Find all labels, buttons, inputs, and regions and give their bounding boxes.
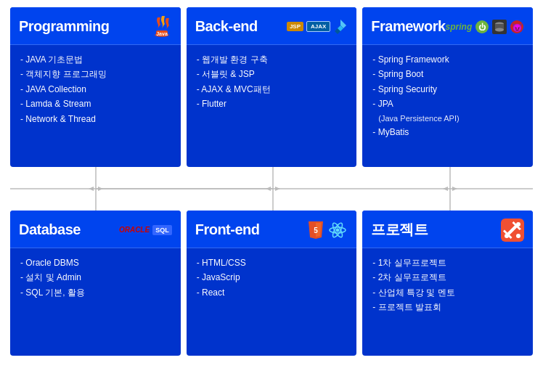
- list-item: - JAVA Collection: [20, 82, 171, 97]
- list-item: - 웹개발 환경 구축: [197, 52, 347, 67]
- frontend-card: Front-end 5: [187, 211, 357, 356]
- react-icon: [327, 220, 348, 240]
- svg-marker-23: [98, 187, 103, 191]
- bottom-row: Database ORACLE SQL - Oracle DBMS - 설치 및…: [10, 211, 533, 356]
- list-item: - Network & Thread: [20, 112, 171, 126]
- svg-text:5: 5: [314, 226, 319, 234]
- svg-point-36: [516, 222, 520, 226]
- svg-text:Java: Java: [156, 31, 168, 36]
- list-item: - 객체지향 프로그래밍: [20, 67, 171, 81]
- framework-list: - Spring Framework - Spring Boot - Sprin…: [372, 52, 523, 140]
- svg-point-38: [516, 234, 520, 238]
- list-item: - HTML/CSS: [197, 256, 347, 270]
- list-item: - 설치 및 Admin: [20, 270, 171, 285]
- list-item: - SQL 기본, 활용: [20, 285, 171, 300]
- programming-header: Programming Java: [10, 7, 181, 45]
- frontend-list: - HTML/CSS - JavaScrip - React: [197, 256, 347, 300]
- backend-card: Back-end JSP AJAX - 웹개발 환경 구축: [187, 7, 357, 167]
- list-item: - JavaScrip: [197, 270, 347, 285]
- list-item: - 2차 실무프로젝트: [372, 270, 523, 285]
- top-row: Programming Java - JAVA 기초문법: [10, 7, 533, 167]
- database-icons: ORACLE SQL: [119, 225, 172, 235]
- framework-card: Framework spring ⏻: [362, 7, 533, 167]
- list-item: - 1차 실무프로젝트: [372, 256, 523, 270]
- project-header: 프로젝트: [362, 211, 533, 248]
- svg-point-31: [336, 228, 340, 232]
- backend-list: - 웹개발 환경 구축 - 서블릿 & JSP - AJAX & MVC패턴 -…: [197, 52, 347, 112]
- list-item: - JPA: [372, 97, 523, 111]
- list-item: - Spring Framework: [372, 52, 523, 67]
- project-card: 프로젝트 - 1차 실무프로젝트 - 2차 실무프로젝트 -: [362, 211, 533, 356]
- oracle-icon: ORACLE: [119, 226, 150, 234]
- list-item: - 서블릿 & JSP: [197, 67, 347, 81]
- project-icons: [501, 219, 524, 242]
- database-title: Database: [19, 221, 81, 238]
- list-item: - MyBatis: [372, 125, 523, 139]
- jsp-icon: JSP: [287, 22, 303, 31]
- programming-icons: Java: [152, 15, 172, 39]
- svg-marker-27: [452, 187, 457, 191]
- project-title: 프로젝트: [371, 220, 428, 240]
- svg-marker-24: [266, 187, 271, 191]
- list-item: - 프로젝트 발표회: [372, 300, 523, 314]
- spring-text-icon: spring: [446, 22, 473, 32]
- svg-marker-22: [89, 187, 94, 191]
- sql-icon: SQL: [152, 225, 172, 235]
- java-icon: Java: [152, 15, 172, 39]
- svg-point-37: [505, 234, 509, 238]
- frontend-header: Front-end 5: [187, 211, 357, 248]
- database-header: Database ORACLE SQL: [10, 211, 181, 248]
- project-body: - 1차 실무프로젝트 - 2차 실무프로젝트 - 산업체 특강 및 멘토 - …: [362, 248, 533, 356]
- database-body: - Oracle DBMS - 설치 및 Admin - SQL 기본, 활용: [10, 248, 181, 356]
- svg-point-11: [495, 28, 504, 31]
- flutter-icon: [333, 18, 348, 36]
- svg-text:⏻: ⏻: [478, 23, 486, 31]
- connector-area: [10, 167, 533, 211]
- programming-title: Programming: [19, 18, 110, 35]
- list-item: - Spring Security: [372, 82, 523, 97]
- list-item: - React: [197, 285, 347, 300]
- backend-icons: JSP AJAX: [287, 18, 348, 36]
- database-card: Database ORACLE SQL - Oracle DBMS - 설치 및…: [10, 211, 181, 356]
- html5-icon: 5: [307, 220, 324, 240]
- backend-title: Back-end: [195, 18, 258, 35]
- framework-header: Framework spring ⏻: [362, 7, 533, 45]
- main-container: Programming Java - JAVA 기초문법: [10, 7, 533, 385]
- list-item: - Spring Boot: [372, 67, 523, 81]
- framework-body: - Spring Framework - Spring Boot - Sprin…: [362, 45, 533, 167]
- list-item: (Java Persistence API): [372, 112, 523, 126]
- programming-list: - JAVA 기초문법 - 객체지향 프로그래밍 - JAVA Collecti…: [20, 52, 171, 126]
- list-item: - Lamda & Stream: [20, 97, 171, 111]
- list-item: - Flutter: [197, 97, 347, 111]
- spring-data-icon: [492, 20, 507, 34]
- programming-card: Programming Java - JAVA 기초문법: [10, 7, 181, 167]
- list-item: - AJAX & MVC패턴: [197, 82, 347, 97]
- tomcat-icon: 😈: [510, 20, 524, 34]
- svg-marker-26: [443, 187, 448, 191]
- frontend-icons: 5: [307, 220, 348, 240]
- frontend-title: Front-end: [195, 221, 260, 238]
- framework-icons: spring ⏻ �: [446, 20, 525, 34]
- frontend-body: - HTML/CSS - JavaScrip - React: [187, 248, 357, 356]
- backend-body: - 웹개발 환경 구축 - 서블릿 & JSP - AJAX & MVC패턴 -…: [187, 45, 357, 167]
- connector-lines: [10, 167, 533, 211]
- ajax-icon: AJAX: [306, 21, 330, 32]
- list-item: - 산업체 특강 및 멘토: [372, 285, 523, 300]
- programming-body: - JAVA 기초문법 - 객체지향 프로그래밍 - JAVA Collecti…: [10, 45, 181, 167]
- list-item: - JAVA 기초문법: [20, 52, 171, 67]
- backend-header: Back-end JSP AJAX: [187, 7, 357, 45]
- project-list: - 1차 실무프로젝트 - 2차 실무프로젝트 - 산업체 특강 및 멘토 - …: [372, 256, 523, 315]
- svg-text:😈: 😈: [512, 22, 523, 33]
- git-icon: [501, 219, 524, 242]
- database-list: - Oracle DBMS - 설치 및 Admin - SQL 기본, 활용: [20, 256, 171, 300]
- spring-boot-icon: ⏻: [475, 20, 489, 34]
- list-item: - Oracle DBMS: [20, 256, 171, 270]
- framework-title: Framework: [371, 18, 445, 35]
- svg-marker-25: [275, 187, 280, 191]
